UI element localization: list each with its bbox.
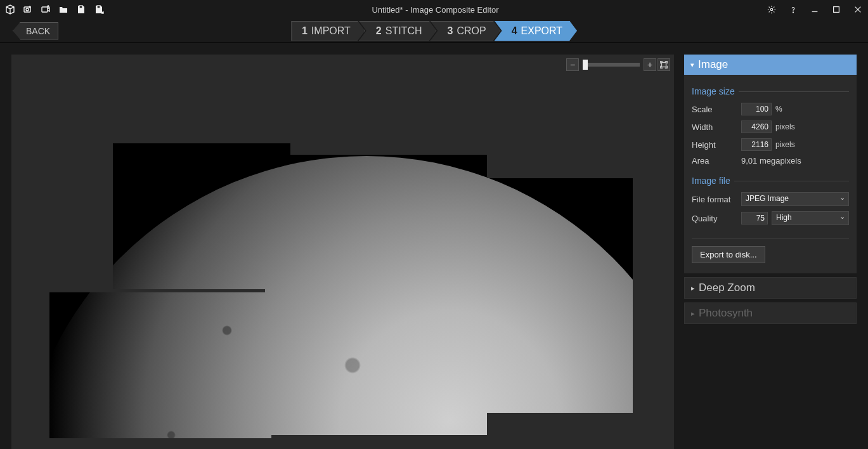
settings-icon[interactable] (765, 3, 778, 16)
save-icon[interactable] (75, 3, 87, 16)
svg-rect-8 (662, 63, 666, 67)
width-label: Width (692, 122, 741, 132)
scale-unit: % (775, 105, 782, 114)
step-crop[interactable]: 3 CROP (430, 21, 500, 41)
window-title: Untitled* - Image Composite Editor (105, 5, 765, 15)
format-select[interactable]: JPEG Image (741, 192, 849, 206)
new-from-video-icon[interactable] (39, 3, 52, 16)
width-unit: pixels (775, 122, 795, 131)
step-num: 3 (447, 25, 453, 37)
svg-point-1 (26, 8, 29, 11)
accordion-image-label: Image (698, 58, 728, 71)
height-input[interactable] (741, 138, 772, 151)
svg-rect-4 (97, 6, 100, 8)
step-export[interactable]: 4 EXPORT (495, 21, 577, 41)
open-icon[interactable] (57, 3, 70, 16)
maximize-icon[interactable] (830, 3, 843, 16)
step-bar: BACK 1 IMPORT 2 STITCH 3 CROP 4 EXPORT (0, 19, 868, 43)
area-label: Area (692, 156, 741, 166)
svg-rect-2 (42, 7, 48, 12)
height-unit: pixels (775, 140, 795, 149)
divider (692, 238, 849, 238)
chevron-down-icon: ▾ (690, 61, 694, 69)
chevron-right-icon: ▸ (691, 309, 695, 318)
preview-image (49, 143, 633, 448)
new-panorama-icon[interactable] (4, 3, 16, 16)
zoom-fit-button[interactable] (657, 58, 670, 71)
new-from-images-icon[interactable] (22, 3, 34, 16)
save-as-icon[interactable] (93, 3, 105, 16)
chevron-right-icon: ▸ (691, 284, 695, 292)
svg-point-6 (793, 12, 793, 13)
accordion-photosynth-label: Photosynth (699, 307, 753, 320)
step-num: 4 (512, 25, 517, 37)
export-to-disk-button[interactable]: Export to disk... (692, 246, 765, 263)
width-input[interactable] (741, 120, 772, 133)
svg-rect-7 (834, 7, 839, 13)
close-icon[interactable] (852, 3, 864, 16)
accordion-deep-zoom-label: Deep Zoom (699, 282, 755, 294)
step-label: STITCH (385, 25, 422, 37)
back-button[interactable]: BACK (13, 22, 58, 40)
scale-label: Scale (692, 105, 741, 114)
zoom-out-button[interactable]: − (566, 58, 579, 71)
quality-label: Quality (692, 214, 741, 223)
step-label: EXPORT (521, 25, 563, 37)
help-icon[interactable] (787, 3, 800, 16)
preview-canvas[interactable]: − + (11, 55, 674, 449)
accordion-image[interactable]: ▾ Image (684, 55, 857, 75)
step-import[interactable]: 1 IMPORT (291, 21, 365, 41)
step-stitch[interactable]: 2 STITCH (359, 21, 437, 41)
scale-input[interactable] (741, 103, 772, 115)
step-label: CROP (457, 25, 486, 37)
section-image-size: Image size (692, 86, 849, 96)
quality-preset-select[interactable]: High (772, 211, 849, 225)
accordion-deep-zoom[interactable]: ▸ Deep Zoom (684, 277, 857, 299)
step-label: IMPORT (311, 25, 351, 37)
svg-point-5 (770, 8, 773, 11)
format-label: File format (692, 195, 741, 204)
export-panel: ▾ Image Image size Scale % Width pixels (680, 43, 868, 449)
minimize-icon[interactable] (808, 3, 821, 16)
accordion-photosynth[interactable]: ▸ Photosynth (684, 303, 857, 324)
svg-rect-3 (79, 6, 82, 8)
height-label: Height (692, 140, 741, 150)
zoom-slider[interactable] (583, 63, 640, 67)
step-num: 1 (302, 25, 308, 37)
back-label: BACK (26, 26, 50, 36)
quality-input[interactable] (741, 212, 768, 224)
zoom-thumb[interactable] (583, 60, 588, 70)
section-image-file: Image file (692, 176, 849, 186)
step-num: 2 (376, 25, 382, 37)
zoom-controls: − + (566, 58, 670, 71)
area-value: 9,01 megapixels (741, 156, 801, 166)
titlebar: Untitled* - Image Composite Editor (0, 0, 868, 19)
zoom-in-button[interactable]: + (644, 58, 656, 71)
